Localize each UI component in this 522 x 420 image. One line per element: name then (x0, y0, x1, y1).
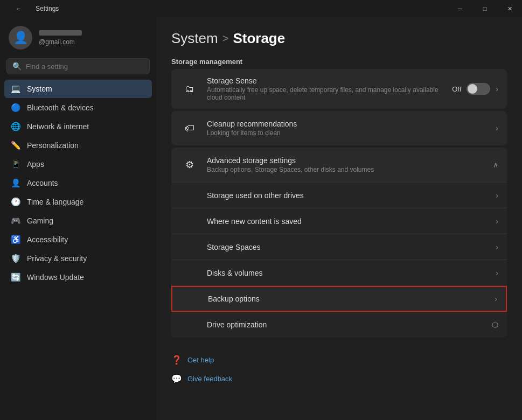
app-body: 👤 @gmail.com 🔍 💻 System 🔵 Bluetooth & de… (0, 17, 522, 420)
sidebar-item-privacy[interactable]: 🛡️ Privacy & security (4, 249, 152, 268)
drive-optimization-label: Drive optimization (207, 320, 492, 329)
sidebar-item-apps[interactable]: 📱 Apps (4, 155, 152, 173)
gaming-icon: 🎮 (11, 216, 20, 226)
storage-spaces-item[interactable]: Storage Spaces › (171, 234, 507, 260)
get-help-link[interactable]: ❓ Get help (171, 353, 507, 367)
personalization-icon: ✏️ (11, 141, 20, 150)
window-title: Settings (36, 5, 59, 12)
sidebar-item-personalization[interactable]: ✏️ Personalization (4, 136, 152, 155)
user-info: @gmail.com (39, 30, 82, 46)
cleanup-item[interactable]: 🏷 Cleanup recommendations Looking for it… (171, 111, 507, 145)
titlebar-left: ← Settings (6, 0, 59, 17)
sidebar-item-network[interactable]: 🌐 Network & internet (4, 117, 152, 136)
close-button[interactable]: ✕ (497, 0, 522, 17)
external-link-icon: ⬡ (492, 320, 498, 329)
breadcrumb-separator: > (222, 32, 229, 45)
advanced-sub-items: Storage used on other drives › Where new… (171, 183, 507, 338)
avatar-icon: 👤 (13, 31, 28, 45)
sidebar: 👤 @gmail.com 🔍 💻 System 🔵 Bluetooth & de… (0, 17, 156, 420)
sidebar-item-accessibility[interactable]: ♿ Accessibility (4, 230, 152, 249)
minimize-button[interactable]: ─ (448, 0, 472, 17)
maximize-button[interactable]: □ (472, 0, 497, 17)
storage-sense-item[interactable]: 🗂 Storage Sense Automatically free up sp… (171, 69, 507, 109)
new-content-saved-item[interactable]: Where new content is saved › (171, 208, 507, 234)
accessibility-icon: ♿ (11, 235, 20, 244)
avatar[interactable]: 👤 (9, 26, 32, 50)
chevron-right-icon: › (496, 191, 498, 200)
sidebar-item-gaming[interactable]: 🎮 Gaming (4, 212, 152, 230)
content-area: System > Storage Storage management 🗂 St… (156, 17, 522, 420)
storage-sense-right: Off › (452, 83, 498, 95)
sidebar-item-system[interactable]: 💻 System (4, 80, 152, 98)
system-icon: 💻 (11, 84, 20, 94)
sidebar-item-label-system: System (27, 85, 52, 93)
cleanup-title: Cleanup recommendations (207, 120, 496, 128)
storage-sense-title: Storage Sense (207, 76, 452, 85)
user-section: 👤 @gmail.com (0, 19, 156, 58)
feedback-link[interactable]: 💬 Give feedback (171, 372, 507, 386)
sidebar-item-label-bluetooth: Bluetooth & devices (27, 103, 94, 112)
chevron-right-icon: › (496, 85, 498, 93)
section-title: Storage management (171, 58, 507, 66)
back-button[interactable]: ← (6, 0, 31, 17)
advanced-storage-subtitle: Backup options, Storage Spaces, other di… (207, 166, 493, 173)
search-box[interactable]: 🔍 (6, 58, 150, 74)
bluetooth-icon: 🔵 (11, 103, 20, 113)
user-name-placeholder (39, 30, 82, 36)
backup-options-item[interactable]: Backup options › (171, 286, 507, 312)
breadcrumb: System > Storage (171, 30, 507, 47)
storage-spaces-label: Storage Spaces (207, 243, 496, 251)
advanced-storage-right: ∧ (493, 160, 498, 169)
update-icon: 🔄 (11, 272, 20, 282)
new-content-saved-label: Where new content is saved (207, 217, 496, 226)
backup-options-label: Backup options (208, 295, 495, 303)
chevron-right-icon: › (495, 295, 497, 303)
storage-sense-toggle[interactable] (467, 83, 490, 95)
cleanup-subtitle: Looking for items to clean (207, 129, 496, 137)
storage-other-drives-item[interactable]: Storage used on other drives › (171, 183, 507, 208)
sidebar-item-label-personalization: Personalization (27, 141, 79, 150)
chevron-up-icon: ∧ (493, 160, 498, 169)
search-input[interactable] (26, 62, 144, 71)
storage-sense-text: Storage Sense Automatically free up spac… (207, 76, 452, 101)
network-icon: 🌐 (11, 122, 20, 131)
toggle-knob (468, 84, 477, 94)
get-help-label: Get help (187, 356, 214, 364)
sidebar-item-accounts[interactable]: 👤 Accounts (4, 174, 152, 192)
chevron-right-icon: › (496, 243, 498, 251)
chevron-right-icon: › (496, 217, 498, 226)
feedback-icon: 💬 (171, 374, 182, 384)
advanced-storage-icon: ⚙ (180, 155, 199, 174)
cleanup-right: › (496, 124, 498, 132)
sidebar-item-bluetooth[interactable]: 🔵 Bluetooth & devices (4, 99, 152, 117)
feedback-label: Give feedback (187, 375, 232, 383)
advanced-storage-card: ⚙ Advanced storage settings Backup optio… (171, 148, 507, 338)
breadcrumb-parent: System (171, 30, 218, 47)
cleanup-text: Cleanup recommendations Looking for item… (207, 120, 496, 137)
disks-volumes-label: Disks & volumes (207, 269, 496, 277)
storage-sense-icon: 🗂 (180, 79, 199, 99)
search-icon: 🔍 (12, 62, 22, 71)
sidebar-item-label-network: Network & internet (27, 122, 89, 131)
sidebar-item-label-gaming: Gaming (27, 216, 53, 225)
sidebar-item-update[interactable]: 🔄 Windows Update (4, 268, 152, 286)
disks-volumes-item[interactable]: Disks & volumes › (171, 260, 507, 286)
breadcrumb-current: Storage (233, 30, 285, 47)
apps-icon: 📱 (11, 159, 20, 169)
window-controls: ─ □ ✕ (448, 0, 522, 17)
advanced-storage-title: Advanced storage settings (207, 156, 493, 165)
toggle-label: Off (452, 85, 461, 93)
time-icon: 🕐 (11, 197, 20, 207)
footer-links: ❓ Get help 💬 Give feedback (171, 353, 507, 386)
accounts-icon: 👤 (11, 178, 20, 188)
sidebar-item-time[interactable]: 🕐 Time & language (4, 193, 152, 211)
sidebar-item-label-update: Windows Update (27, 273, 84, 282)
storage-sense-subtitle: Automatically free up space, delete temp… (207, 86, 452, 101)
advanced-storage-text: Advanced storage settings Backup options… (207, 156, 493, 173)
privacy-icon: 🛡️ (11, 254, 20, 263)
sidebar-item-label-time: Time & language (27, 198, 83, 206)
titlebar: ← Settings ─ □ ✕ (0, 0, 522, 17)
drive-optimization-item[interactable]: Drive optimization ⬡ (171, 312, 507, 338)
advanced-storage-item[interactable]: ⚙ Advanced storage settings Backup optio… (171, 148, 507, 183)
storage-other-drives-label: Storage used on other drives (207, 191, 496, 200)
